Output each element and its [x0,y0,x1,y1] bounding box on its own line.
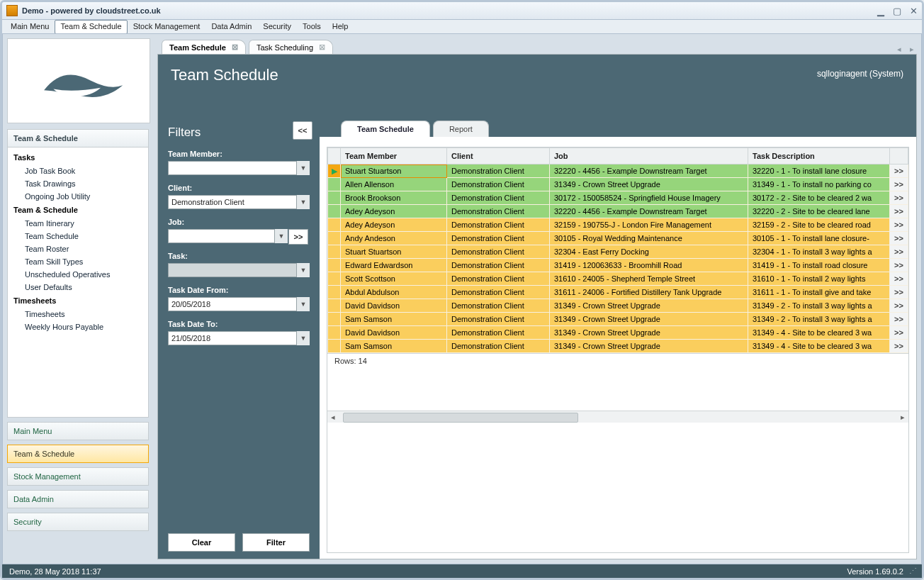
table-row[interactable]: David DavidsonDemonstration Client31349 … [328,326,908,340]
column-header[interactable] [328,148,341,164]
job-input[interactable] [168,229,287,243]
column-header[interactable]: Team Member [341,148,447,164]
table-row[interactable]: Stuart StuartsonDemonstration Client3230… [328,245,908,259]
nav-link[interactable]: Team Itinerary [8,217,148,230]
cell: Allen Allenson [341,178,447,191]
team-member-input[interactable] [168,161,310,175]
nav-link[interactable]: Task Drawings [8,177,148,190]
close-tab-icon[interactable]: ⊠ [319,43,325,52]
menu-item[interactable]: Data Admin [205,20,257,34]
row-open-button[interactable]: >> [890,259,908,272]
nav-group: Timesheets [8,294,148,308]
cell: 30105 - Royal Wedding Maintenance [550,232,748,245]
nav-tree: TasksJob Task BookTask DrawingsOngoing J… [7,147,149,418]
status-bar: Demo, 28 May 2018 11:37 Version 1.69.0.2… [2,564,922,578]
maximize-button[interactable]: ▢ [893,6,901,16]
clear-button[interactable]: Clear [168,533,235,552]
row-open-button[interactable]: >> [890,164,908,178]
job-dropdown-icon[interactable]: ▼ [274,229,288,243]
cell: Scott Scottson [341,272,447,286]
date-from-input[interactable] [168,297,310,311]
nav-link[interactable]: Team Schedule [8,230,148,242]
collapse-filters-button[interactable]: << [293,121,312,140]
cell: 31611 - 24006 - Fortified Distillery Tan… [550,286,748,299]
menu-item[interactable]: Main Menu [5,20,55,34]
row-open-button[interactable]: >> [890,191,908,205]
nav-link[interactable]: Team Roster [8,242,148,255]
nav-link[interactable]: Weekly Hours Payable [8,320,148,333]
table-row[interactable]: Andy AndesonDemonstration Client30105 - … [328,232,908,245]
scroll-right-icon[interactable]: ▸ [897,411,908,423]
row-open-button[interactable]: >> [890,272,908,286]
document-tab[interactable]: Task Scheduling⊠ [249,40,333,54]
table-row[interactable]: ▶Stuart StuartsonDemonstration Client322… [328,164,908,178]
nav-link[interactable]: Timesheets [8,308,148,320]
row-open-button[interactable]: >> [890,299,908,313]
menu-item[interactable]: Security [257,20,297,34]
row-open-button[interactable]: >> [890,218,908,232]
inner-tab[interactable]: Team Schedule [341,121,430,137]
nav-link[interactable]: Ongoing Job Utility [8,190,148,203]
scroll-thumb[interactable] [343,413,578,423]
menu-item[interactable]: Team & Schedule [55,20,127,34]
row-open-button[interactable]: >> [890,313,908,326]
menu-item[interactable]: Tools [297,20,327,34]
inner-tab[interactable]: Report [433,121,489,137]
resize-grip-icon[interactable]: ⋰ [909,567,915,576]
nav-link[interactable]: Team Skill Types [8,255,148,268]
row-open-button[interactable]: >> [890,340,908,353]
nav-link[interactable]: Unscheduled Operatives [8,268,148,281]
table-row[interactable]: Abdul AbdulsonDemonstration Client31611 … [328,286,908,299]
table-row[interactable]: Adey AdeysonDemonstration Client32159 - … [328,218,908,232]
close-tab-icon[interactable]: ⊠ [232,43,238,52]
document-tab[interactable]: Team Schedule⊠ [162,40,246,54]
row-open-button[interactable]: >> [890,245,908,259]
column-header[interactable]: Task Description [748,148,890,164]
tab-nav-arrow[interactable]: ▸ [907,45,917,54]
row-open-button[interactable]: >> [890,326,908,340]
team-member-dropdown-icon[interactable]: ▼ [296,161,310,175]
filter-button[interactable]: Filter [242,533,310,552]
row-open-button[interactable]: >> [890,205,908,218]
table-row[interactable]: Brook BrooksonDemonstration Client30172 … [328,191,908,205]
nav-section-button[interactable]: Main Menu [7,422,149,440]
table-row[interactable]: Adey AdeysonDemonstration Client32220 - … [328,205,908,218]
close-button[interactable]: ✕ [910,6,918,16]
tab-nav-arrow[interactable]: ◂ [894,45,904,54]
nav-section-button[interactable]: Team & Schedule [7,445,149,463]
menu-item[interactable]: Stock Management [128,20,206,34]
nav-link[interactable]: User Defaults [8,281,148,294]
table-row[interactable]: Sam SamsonDemonstration Client31349 - Cr… [328,313,908,326]
date-from-dropdown-icon[interactable]: ▼ [296,297,310,311]
row-open-button[interactable]: >> [890,178,908,191]
column-header[interactable]: Client [447,148,550,164]
nav-link[interactable]: Job Task Book [8,164,148,177]
nav-section-button[interactable]: Data Admin [7,490,149,508]
scroll-left-icon[interactable]: ◂ [327,411,339,423]
table-row[interactable]: Scott ScottsonDemonstration Client31610 … [328,272,908,286]
cell: Abdul Abdulson [341,286,447,299]
minimize-button[interactable]: ▁ [877,6,884,16]
client-input[interactable] [168,195,310,209]
task-dropdown-icon[interactable]: ▼ [296,263,310,277]
table-row[interactable]: Edward EdwardsonDemonstration Client3141… [328,259,908,272]
cell: Demonstration Client [447,178,550,191]
horizontal-scrollbar[interactable]: ◂ ▸ [327,411,908,423]
table-row[interactable]: David DavidsonDemonstration Client31349 … [328,299,908,313]
team-schedule-grid[interactable]: Team MemberClientJobTask Description ▶St… [327,147,908,353]
date-to-label: Task Date To: [168,320,310,328]
table-row[interactable]: Sam SamsonDemonstration Client31349 - Cr… [328,340,908,353]
column-header[interactable] [890,148,908,164]
nav-section-button[interactable]: Security [7,513,149,531]
column-header[interactable]: Job [550,148,748,164]
client-dropdown-icon[interactable]: ▼ [296,195,310,209]
date-to-input[interactable] [168,331,310,345]
menu-item[interactable]: Help [327,20,354,34]
row-open-button[interactable]: >> [890,286,908,299]
date-to-dropdown-icon[interactable]: ▼ [296,331,310,345]
row-open-button[interactable]: >> [890,232,908,245]
nav-section-button[interactable]: Stock Management [7,467,149,486]
cell: Sam Samson [341,340,447,353]
table-row[interactable]: Allen AllensonDemonstration Client31349 … [328,178,908,191]
job-go-button[interactable]: >> [288,229,308,245]
